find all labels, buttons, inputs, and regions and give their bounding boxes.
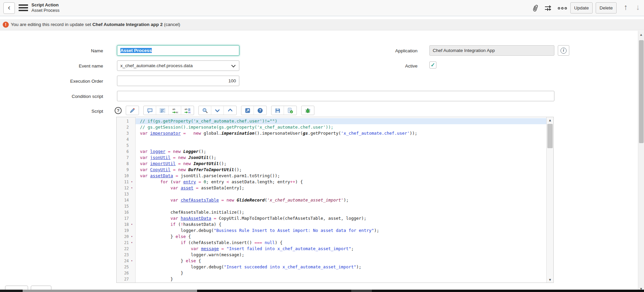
code-text: var message = "Insert failed into x_chef… <box>136 246 546 252</box>
code-line[interactable]: 9var CopyUtil = new BufferToImportUtil()… <box>117 167 546 173</box>
code-line[interactable]: 13 <box>117 191 546 197</box>
code-line[interactable]: 19 logger.debug("Business Rule Insert to… <box>117 228 546 234</box>
code-line[interactable]: 8var importUtil = new ImportUtil(); <box>117 161 546 167</box>
code-line[interactable]: 2// gs.getSession().impersonate(gs.getPr… <box>117 124 546 130</box>
more-dot-icon <box>558 7 560 9</box>
pen-icon <box>129 108 135 113</box>
horizontal-scrollbar-thumb[interactable] <box>23 290 197 292</box>
code-line[interactable]: 26 } <box>117 270 546 276</box>
syntax-editor-button[interactable] <box>126 106 139 115</box>
code-line[interactable]: 27 } <box>117 276 546 282</box>
open-in-window-button[interactable] <box>241 106 254 115</box>
format-code-button[interactable] <box>156 106 169 115</box>
code-line[interactable]: 17 var hasAssetData = CopyUtil.MapToImpo… <box>117 215 546 221</box>
line-number: 23 <box>117 252 129 258</box>
search-button[interactable] <box>199 106 211 115</box>
personalize-form-button[interactable] <box>544 3 554 13</box>
line-number: 10 <box>117 173 129 179</box>
event-name-label: Event name <box>47 63 103 69</box>
page-scrollbar-thumb[interactable] <box>639 40 644 143</box>
line-number: 2 <box>117 124 129 130</box>
help-icon[interactable]: ? <box>115 107 122 114</box>
next-record-icon[interactable]: ↓ <box>634 3 642 12</box>
code-line[interactable]: 4 <box>117 136 546 142</box>
fold-arrow-icon[interactable]: ▾ <box>129 179 135 185</box>
cancel-link[interactable]: (cancel) <box>164 22 180 27</box>
script-code-editor[interactable]: 1// if(gs.getProperty('x_chef_automate.c… <box>116 117 554 283</box>
code-text: logger.warn(message); <box>136 252 546 258</box>
code-line[interactable]: 22 var message = "Insert failed into x_c… <box>117 246 546 252</box>
code-line[interactable]: 23 logger.warn(message); <box>117 252 546 258</box>
line-number: 13 <box>117 191 129 197</box>
code-text: // if(gs.getProperty('x_chef_automate.ch… <box>136 118 546 124</box>
context-menu-icon[interactable] <box>19 4 28 12</box>
code-line[interactable]: 5 <box>117 142 546 149</box>
find-previous-button[interactable] <box>224 106 236 115</box>
delete-button[interactable]: Delete <box>596 2 617 14</box>
code-text: for (var entry = 0; entry < assetData.le… <box>136 179 546 185</box>
execution-order-input[interactable]: 100 <box>117 76 239 86</box>
code-line[interactable]: 10var assetData = jsonUtil.parse(event.p… <box>117 173 546 179</box>
back-button[interactable]: ‹ <box>3 2 15 14</box>
code-line[interactable]: 20▾ } else { <box>117 234 546 240</box>
name-input[interactable]: Asset Process <box>117 45 239 56</box>
save-button[interactable] <box>271 106 284 115</box>
svg-text:ab: ab <box>172 108 175 111</box>
code-line[interactable]: 6var logger = new Logger(); <box>117 149 546 155</box>
previous-record-icon[interactable]: ↑ <box>621 3 630 12</box>
code-text: var jsonUtil = new JsonUtil(); <box>136 155 546 161</box>
paperclip-icon <box>530 3 540 14</box>
code-line[interactable]: 12▾ var asset = assetData[entry]; <box>117 185 546 191</box>
code-line[interactable]: 24▾ } else { <box>117 258 546 264</box>
fold-arrow-icon[interactable]: ▾ <box>129 221 135 228</box>
question-circle-icon: ? <box>257 108 263 113</box>
code-line[interactable]: 25 logger.debug("Insert succeeded into x… <box>117 264 546 270</box>
fold-arrow-icon[interactable]: ▾ <box>129 240 135 246</box>
replace-all-button[interactable]: abac <box>181 106 194 115</box>
editor-scrollbar-thumb[interactable] <box>547 124 553 148</box>
code-text: var logger = new Logger(); <box>136 149 546 155</box>
active-checkbox[interactable]: ✓ <box>429 61 436 69</box>
event-name-select[interactable]: x_chef_automate.chef.process.data <box>117 60 239 71</box>
editor-scrollbar[interactable]: ▲ ▼ <box>546 117 553 283</box>
find-next-button[interactable] <box>211 106 224 115</box>
debug-button[interactable] <box>302 106 314 115</box>
update-button[interactable]: Update <box>570 2 593 14</box>
more-options-button[interactable] <box>557 3 567 13</box>
code-line[interactable]: 7var jsonUtil = new JsonUtil(); <box>117 155 546 161</box>
fold-gap <box>129 252 135 258</box>
fold-arrow-icon[interactable]: ▾ <box>129 185 135 191</box>
script-label: Script <box>47 109 103 114</box>
code-line[interactable]: 18▾ if (!hasAssetData) { <box>117 221 546 228</box>
fold-arrow-icon[interactable]: ▾ <box>129 234 135 240</box>
line-number: 6 <box>117 149 129 155</box>
text-lines-icon <box>160 108 165 113</box>
code-line[interactable]: 1// if(gs.getProperty('x_chef_automate.c… <box>117 118 546 124</box>
fold-gap <box>129 191 135 197</box>
page-scroll-up-icon[interactable]: ▲ <box>638 33 644 36</box>
attachment-button[interactable] <box>530 3 540 13</box>
scroll-check-icon <box>287 108 293 113</box>
code-line[interactable]: 3var impersonator = new global.impersina… <box>117 130 546 136</box>
code-line[interactable]: 15 <box>117 203 546 209</box>
page-scrollbar[interactable]: ▲ ▼ <box>638 31 644 292</box>
condition-script-input[interactable] <box>117 91 554 101</box>
line-number: 5 <box>117 142 129 149</box>
syntax-check-button[interactable] <box>284 106 296 115</box>
update-set-message: You are editing this record in update se… <box>11 22 180 27</box>
code-line[interactable]: 21▾ if (chefAssetsTable.insert() === nul… <box>117 240 546 246</box>
chevron-up-bold-icon <box>228 108 233 113</box>
code-line[interactable]: 14 var chefAssetsTable = new GlideRecord… <box>117 197 546 203</box>
code-line[interactable]: 11▾ for (var entry = 0; entry < assetDat… <box>117 179 546 185</box>
code-line[interactable]: 16 chefAssetsTable.initialize(); <box>117 209 546 215</box>
fold-arrow-icon[interactable]: ▾ <box>129 258 135 264</box>
api-help-button[interactable]: ? <box>254 106 266 115</box>
scroll-down-icon[interactable]: ▼ <box>547 278 553 282</box>
scroll-up-icon[interactable]: ▲ <box>547 118 553 122</box>
code-text: var importUtil = new ImportUtil(); <box>136 161 546 167</box>
comment-button[interactable] <box>144 106 156 115</box>
application-value: Chef Automate Integration App <box>433 48 495 53</box>
svg-text:ac: ac <box>188 110 191 113</box>
replace-button[interactable]: abac <box>169 106 181 115</box>
application-info-button[interactable]: i <box>558 45 569 56</box>
